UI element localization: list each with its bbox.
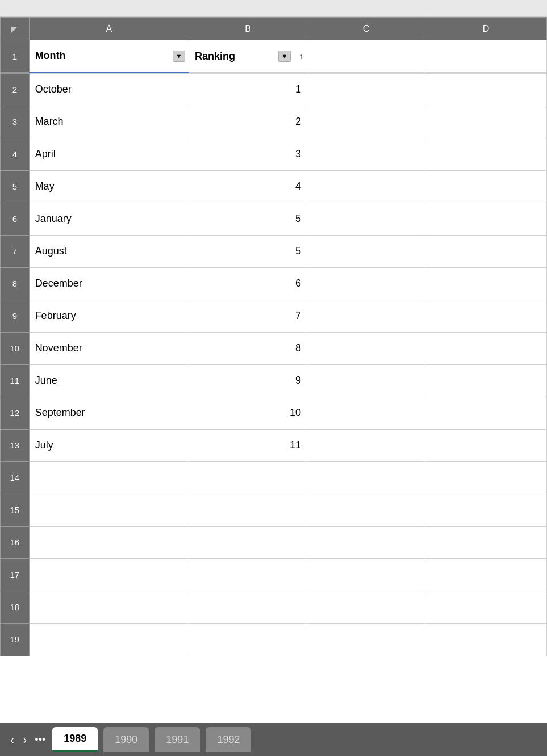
- col-header-row: ◤ A B C D: [1, 18, 547, 40]
- month-cell[interactable]: [29, 494, 189, 526]
- rank-cell[interactable]: 5: [189, 235, 307, 267]
- month-cell[interactable]: February: [29, 300, 189, 332]
- spreadsheet: ◤ A B C D 1 Month ▼ Ranking: [0, 0, 547, 756]
- row-num: 14: [1, 461, 30, 494]
- row-num: 15: [1, 494, 30, 526]
- empty-c-cell: [307, 397, 425, 429]
- rank-cell[interactable]: [189, 461, 307, 494]
- ranking-filter-button[interactable]: ▼: [278, 51, 291, 62]
- month-cell[interactable]: January: [29, 203, 189, 235]
- table-row: 16: [1, 526, 547, 558]
- rank-cell[interactable]: 5: [189, 203, 307, 235]
- empty-c-cell: [307, 461, 425, 494]
- rank-cell[interactable]: [189, 558, 307, 591]
- month-filter-button[interactable]: ▼: [173, 51, 185, 62]
- month-cell[interactable]: [29, 623, 189, 656]
- row-num-1: 1: [1, 40, 30, 73]
- table-row: 11June9: [1, 364, 547, 397]
- empty-c-cell: [307, 558, 425, 591]
- empty-c-cell: [307, 526, 425, 558]
- month-cell[interactable]: May: [29, 170, 189, 203]
- rank-cell[interactable]: [189, 526, 307, 558]
- month-header-label: Month: [35, 50, 66, 61]
- empty-c-cell: [307, 300, 425, 332]
- rank-cell[interactable]: 2: [189, 106, 307, 138]
- month-cell[interactable]: August: [29, 235, 189, 267]
- month-cell[interactable]: September: [29, 397, 189, 429]
- sheet-tab-1989[interactable]: 1989: [52, 727, 98, 752]
- row-num: 7: [1, 235, 30, 267]
- empty-d-cell: [425, 364, 547, 397]
- ranking-header-label: Ranking: [195, 51, 235, 62]
- rank-cell[interactable]: 11: [189, 429, 307, 461]
- empty-d-cell: [425, 332, 547, 364]
- sheet-tab-1990[interactable]: 1990: [103, 727, 149, 752]
- col-a-header[interactable]: A: [29, 18, 189, 40]
- month-cell[interactable]: [29, 461, 189, 494]
- table-row: 4April3: [1, 138, 547, 170]
- row-num: 6: [1, 203, 30, 235]
- month-cell[interactable]: June: [29, 364, 189, 397]
- rank-cell[interactable]: 7: [189, 300, 307, 332]
- empty-c-cell: [307, 203, 425, 235]
- rank-cell[interactable]: 8: [189, 332, 307, 364]
- table-row: 3March2: [1, 106, 547, 138]
- table-row: 9February7: [1, 300, 547, 332]
- row-num: 12: [1, 397, 30, 429]
- rank-cell[interactable]: [189, 494, 307, 526]
- rank-cell[interactable]: [189, 623, 307, 656]
- row-num: 11: [1, 364, 30, 397]
- empty-d-cell: [425, 558, 547, 591]
- empty-c-cell: [307, 235, 425, 267]
- rank-cell[interactable]: 3: [189, 138, 307, 170]
- tab-next-button[interactable]: ›: [19, 734, 32, 745]
- month-cell[interactable]: July: [29, 429, 189, 461]
- rank-cell[interactable]: 10: [189, 397, 307, 429]
- empty-d-cell: [425, 203, 547, 235]
- grid-wrapper: ◤ A B C D 1 Month ▼ Ranking: [0, 17, 547, 723]
- empty-c-cell: [307, 138, 425, 170]
- empty-d-cell: [425, 397, 547, 429]
- empty-c-cell: [307, 106, 425, 138]
- tab-dots-button[interactable]: •••: [31, 734, 49, 746]
- rank-cell[interactable]: [189, 591, 307, 623]
- month-cell[interactable]: April: [29, 138, 189, 170]
- empty-c-cell: [307, 364, 425, 397]
- sheet-tab-1992[interactable]: 1992: [206, 727, 251, 752]
- month-cell[interactable]: [29, 526, 189, 558]
- month-cell[interactable]: October: [29, 73, 189, 106]
- row-num: 3: [1, 106, 30, 138]
- month-cell[interactable]: [29, 558, 189, 591]
- rank-cell[interactable]: 6: [189, 267, 307, 300]
- corner-header: ◤: [1, 18, 30, 40]
- sheet-tab-1991[interactable]: 1991: [155, 727, 200, 752]
- spreadsheet-table: ◤ A B C D 1 Month ▼ Ranking: [0, 17, 547, 73]
- table-row: 14: [1, 461, 547, 494]
- month-cell[interactable]: December: [29, 267, 189, 300]
- month-cell[interactable]: [29, 591, 189, 623]
- rank-cell[interactable]: 1: [189, 73, 307, 106]
- month-cell[interactable]: March: [29, 106, 189, 138]
- row-num: 18: [1, 591, 30, 623]
- empty-d-cell: [425, 461, 547, 494]
- header-row-1: 1 Month ▼ Ranking ▼ ↑: [1, 40, 547, 73]
- row-num: 16: [1, 526, 30, 558]
- empty-d-cell: [425, 138, 547, 170]
- row-num: 8: [1, 267, 30, 300]
- empty-d-cell: [425, 591, 547, 623]
- col-c-header[interactable]: C: [307, 18, 425, 40]
- table-row: 5May4: [1, 170, 547, 203]
- month-cell[interactable]: November: [29, 332, 189, 364]
- row-num: 10: [1, 332, 30, 364]
- rank-cell[interactable]: 4: [189, 170, 307, 203]
- col-b-header[interactable]: B: [189, 18, 307, 40]
- rank-cell[interactable]: 9: [189, 364, 307, 397]
- empty-c-cell: [307, 623, 425, 656]
- empty-d-cell: [425, 526, 547, 558]
- empty-d-cell: [425, 73, 547, 106]
- col-d-header[interactable]: D: [425, 18, 547, 40]
- empty-d-cell: [425, 235, 547, 267]
- table-row: 13July11: [1, 429, 547, 461]
- tab-prev-button[interactable]: ‹: [6, 734, 19, 745]
- table-row: 19: [1, 623, 547, 656]
